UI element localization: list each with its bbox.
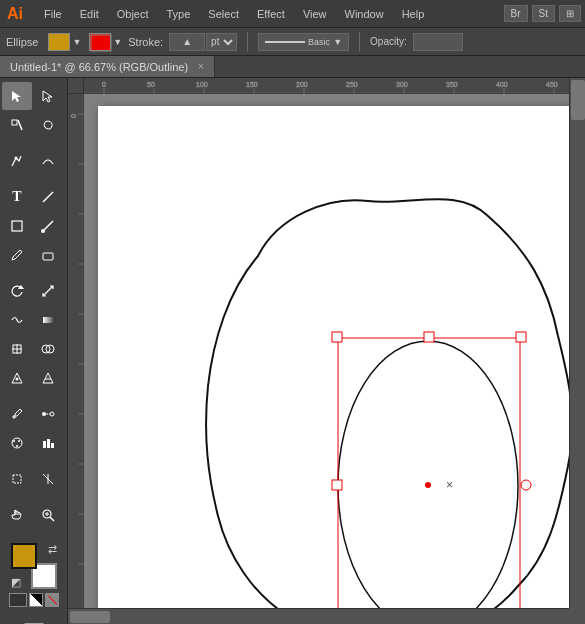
fill-container: ▼ xyxy=(48,33,81,51)
svg-rect-6 xyxy=(12,221,22,231)
svg-text:0: 0 xyxy=(70,114,77,118)
canvas-area[interactable]: 0 50 100 150 200 250 300 350 400 450 0 xyxy=(68,78,585,624)
toolbar: T xyxy=(0,78,68,624)
handle-tr[interactable] xyxy=(516,332,526,342)
column-graph-tool[interactable] xyxy=(33,429,63,457)
swap-colors-button[interactable]: ⇄ xyxy=(48,543,57,556)
menu-bar: Ai File Edit Object Type Select Effect V… xyxy=(0,0,585,28)
ruler-corner xyxy=(68,78,84,94)
warp-tool[interactable] xyxy=(2,306,32,334)
rotate-tool[interactable] xyxy=(2,277,32,305)
horizontal-ruler: 0 50 100 150 200 250 300 350 400 450 xyxy=(84,78,569,94)
svg-rect-3 xyxy=(12,120,17,125)
menu-file[interactable]: File xyxy=(36,6,70,22)
stroke-style-selector[interactable]: Basic ▼ xyxy=(258,33,349,51)
magic-wand-tool[interactable] xyxy=(2,111,32,139)
svg-text:250: 250 xyxy=(346,81,358,88)
menu-object[interactable]: Object xyxy=(109,6,157,22)
svg-line-32 xyxy=(50,517,54,521)
menu-view[interactable]: View xyxy=(295,6,335,22)
handle-mr[interactable] xyxy=(521,480,531,490)
menu-select[interactable]: Select xyxy=(200,6,247,22)
svg-point-23 xyxy=(18,440,20,442)
menu-effect[interactable]: Effect xyxy=(249,6,293,22)
stroke-swatch-arrow[interactable]: ▼ xyxy=(113,37,122,47)
opacity-label: Opacity: xyxy=(370,36,407,47)
stock-button[interactable]: St xyxy=(532,5,555,22)
pencil-tool[interactable] xyxy=(2,241,32,269)
stroke-width-input[interactable]: ▲ xyxy=(169,33,205,51)
document-tab[interactable]: Untitled-1* @ 66.67% (RGB/Outline) × xyxy=(0,56,215,77)
svg-text:300: 300 xyxy=(396,81,408,88)
opacity-input[interactable] xyxy=(413,33,463,51)
none-mode-button[interactable] xyxy=(45,593,59,607)
svg-text:450: 450 xyxy=(546,81,558,88)
gradient-tool[interactable] xyxy=(33,306,63,334)
fill-arrow[interactable]: ▼ xyxy=(72,37,81,47)
fill-color-box[interactable] xyxy=(11,543,37,569)
reset-colors-button[interactable]: ◩ xyxy=(11,576,21,589)
tool-row-5 xyxy=(2,212,65,240)
curvature-tool[interactable] xyxy=(33,147,63,175)
blend-tool[interactable] xyxy=(33,400,63,428)
menu-edit[interactable]: Edit xyxy=(72,6,107,22)
hand-tool[interactable] xyxy=(2,501,32,529)
artboard-tool[interactable] xyxy=(2,465,32,493)
menu-type[interactable]: Type xyxy=(159,6,199,22)
line-tool[interactable] xyxy=(33,183,63,211)
svg-point-18 xyxy=(42,412,46,416)
stroke-style-arrow[interactable]: ▼ xyxy=(333,37,342,47)
svg-point-24 xyxy=(16,445,18,447)
tool-row-6 xyxy=(2,241,65,269)
svg-text:350: 350 xyxy=(446,81,458,88)
color-mode-button[interactable] xyxy=(9,593,27,607)
mesh-tool[interactable] xyxy=(2,335,32,363)
direct-selection-tool[interactable] xyxy=(33,82,63,110)
handle-tm[interactable] xyxy=(424,332,434,342)
eraser-tool[interactable] xyxy=(33,241,63,269)
menu-help[interactable]: Help xyxy=(394,6,433,22)
shape-builder-tool[interactable] xyxy=(33,335,63,363)
eyedropper-tool[interactable] xyxy=(2,400,32,428)
horizontal-scrollbar[interactable] xyxy=(68,608,569,624)
workspace-switcher[interactable]: ⊞ xyxy=(559,5,581,22)
symbol-sprayer-tool[interactable] xyxy=(2,429,32,457)
svg-rect-25 xyxy=(43,441,46,448)
selection-tool[interactable] xyxy=(2,82,32,110)
svg-text:50: 50 xyxy=(147,81,155,88)
svg-line-2 xyxy=(18,120,22,130)
bridge-button[interactable]: Br xyxy=(504,5,528,22)
zoom-tool[interactable] xyxy=(33,501,63,529)
tab-title: Untitled-1* @ 66.67% (RGB/Outline) xyxy=(10,61,188,73)
handle-ml[interactable] xyxy=(332,480,342,490)
slice-tool[interactable] xyxy=(33,465,63,493)
svg-text:150: 150 xyxy=(246,81,258,88)
screen-mode-button[interactable] xyxy=(11,616,57,624)
live-paint-tool[interactable] xyxy=(2,364,32,392)
scale-tool[interactable] xyxy=(33,277,63,305)
pen-tool[interactable] xyxy=(2,147,32,175)
paintbrush-tool[interactable] xyxy=(33,212,63,240)
stroke-icon[interactable] xyxy=(89,33,111,51)
menu-window[interactable]: Window xyxy=(337,6,392,22)
divider-2 xyxy=(359,32,360,52)
tool-row-14 xyxy=(2,501,65,529)
tool-row-12 xyxy=(2,429,65,457)
perspective-tool[interactable] xyxy=(33,364,63,392)
svg-point-22 xyxy=(13,440,15,442)
tab-close-button[interactable]: × xyxy=(198,61,204,72)
tool-row-7 xyxy=(2,277,65,305)
stroke-type-select[interactable]: pt xyxy=(206,33,237,51)
lasso-tool[interactable] xyxy=(33,111,63,139)
svg-rect-28 xyxy=(13,475,21,483)
stroke-label: Stroke: xyxy=(128,36,163,48)
fill-swatch[interactable] xyxy=(48,33,70,51)
gradient-mode-button[interactable] xyxy=(29,593,43,607)
handle-tl[interactable] xyxy=(332,332,342,342)
vertical-scrollbar[interactable] xyxy=(569,78,585,608)
tool-row-13 xyxy=(2,465,65,493)
type-tool[interactable]: T xyxy=(2,183,32,211)
shape-tool[interactable] xyxy=(2,212,32,240)
svg-point-7 xyxy=(41,229,45,233)
options-bar: Ellipse ▼ ▼ Stroke: ▲ pt Basic ▼ Opacity… xyxy=(0,28,585,56)
